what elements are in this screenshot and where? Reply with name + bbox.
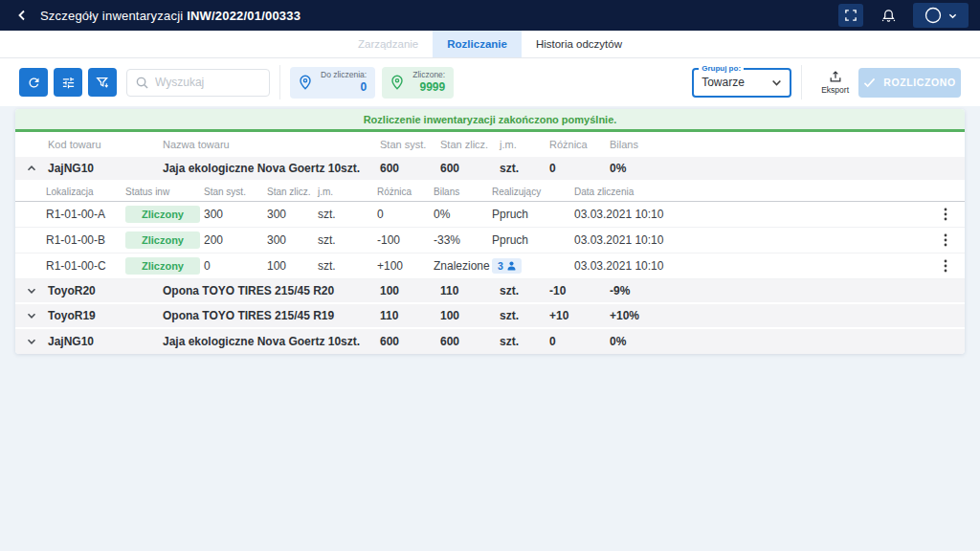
status-badge: Zliczony [125,257,200,275]
sliders-icon [61,76,76,90]
cell-balance: Znalezione [434,259,492,273]
filter-button[interactable] [88,68,117,97]
cell-code: ToyoR19 [48,309,163,322]
row-menu-button[interactable] [926,208,965,221]
col-stan-syst: Stan syst. [380,139,440,150]
refresh-button[interactable] [19,68,48,97]
to-count-value: 0 [361,80,368,95]
fullscreen-icon [845,10,857,21]
cell-balance: +10% [610,309,965,322]
chevron-up-icon[interactable] [15,164,48,173]
cell-executor: Ppruch [492,233,574,247]
chevron-down-icon [948,11,957,20]
cell-count-date: 03.03.2021 10:10 [574,208,926,221]
chevron-down-icon[interactable] [15,286,48,296]
notifications-button[interactable] [877,4,900,27]
cell-system: 200 [204,233,267,247]
inventory-table-card: Rozliczenie inwentaryzacji zakończono po… [15,109,965,354]
tab-rozliczanie[interactable]: Rozliczanie [433,31,522,57]
subcol-stan-zlicz: Stan zlicz. [267,187,318,197]
cell-counted: 300 [267,233,318,247]
counted-value: 9999 [420,80,446,95]
map-pin-icon [299,75,312,90]
tab-zarzadzanie[interactable]: Zarządzanie [344,31,433,57]
group-row-jajng10-collapsed[interactable]: JajNG10 Jaja ekologiczne Nova Goertz 10s… [15,329,965,354]
cell-system: 600 [380,335,440,348]
col-kod-towaru: Kod towaru [48,139,163,150]
tab-historia-odczytow[interactable]: Historia odczytów [522,31,636,57]
row-menu-button[interactable] [926,233,965,247]
success-banner: Rozliczenie inwentaryzacji zakończono po… [15,109,965,132]
cell-count-date: 03.03.2021 10:10 [574,259,926,273]
col-stan-zlicz: Stan zlicz. [440,139,500,150]
search-input[interactable] [155,76,260,89]
chevron-down-icon[interactable] [15,337,48,346]
chevron-down-icon[interactable] [15,311,48,320]
cell-counted: 300 [267,208,318,221]
bell-icon [881,9,896,23]
settled-button[interactable]: ROZLICZONO [858,68,961,98]
col-roznica: Różnica [549,139,610,150]
executors-count: 3 [498,260,503,272]
subcol-status-inw: Status inw [125,187,204,197]
cell-difference: +10 [549,309,610,322]
page-title: Szczegóły inwentaryzacji INW/2022/01/003… [40,9,301,23]
group-row-toyor20[interactable]: ToyoR20 Opona TOYO TIRES 215/45 R20 100 … [15,279,965,304]
cell-unit: szt. [318,259,377,273]
main-content: Rozliczenie inwentaryzacji zakończono po… [0,106,980,357]
cell-counted: 110 [440,284,500,298]
export-label: Eksport [821,85,849,95]
cell-location: R1-01-00-C [46,259,125,273]
cell-difference: 0 [549,162,610,175]
cell-name: Jaja ekologiczne Nova Goertz 10szt. [163,335,380,348]
cell-unit: szt. [500,284,549,298]
executors-count-chip[interactable]: 3 [492,258,522,274]
map-pin-icon [390,75,404,90]
cell-code: JajNG10 [48,162,163,175]
cell-name: Opona TOYO TIRES 215/45 R20 [163,284,380,298]
group-row-toyor19[interactable]: ToyoR19 Opona TOYO TIRES 215/45 R19 110 … [15,304,965,329]
back-button[interactable] [11,5,33,26]
counted-counter: Zliczone: 9999 [382,67,454,99]
toolbar-divider [279,65,280,99]
settled-label: ROZLICZONO [883,77,955,88]
to-count-counter: Do zliczenia: 0 [290,67,375,99]
cell-difference: -10 [549,284,610,298]
filter-funnel-icon [96,76,110,90]
check-icon [863,77,876,88]
chevron-down-icon [771,77,782,88]
subcol-stan-syst: Stan syst. [204,187,267,197]
cell-name: Opona TOYO TIRES 215/45 R19 [163,309,380,322]
settings-filters-button[interactable] [54,68,82,97]
cell-counted: 100 [440,309,500,322]
cell-difference: 0 [549,335,610,348]
cell-difference: +100 [377,259,434,273]
group-by-select[interactable]: Grupuj po: Towarze [692,68,791,98]
group-by-value: Towarze [702,76,771,89]
row-menu-button[interactable] [926,259,965,273]
cell-system: 0 [204,259,267,273]
fullscreen-button[interactable] [838,4,863,27]
export-upload-icon [829,70,842,83]
app-header: Szczegóły inwentaryzacji INW/2022/01/003… [0,0,980,31]
cell-count-date: 03.03.2021 10:10 [574,233,926,247]
group-row-jajng10-expanded[interactable]: JajNG10 Jaja ekologiczne Nova Goertz 10s… [15,157,965,182]
counted-label: Zliczone: [412,70,445,80]
toolbar: Do zliczenia: 0 Zliczone: 9999 Grupuj po… [0,58,980,106]
detail-row-r1-01-00-c: R1-01-00-C Zliczony 0 100 szt. +100 Znal… [15,253,965,279]
person-icon [507,261,516,271]
user-menu-button[interactable] [913,3,969,28]
export-button[interactable]: Eksport [812,70,858,95]
cell-balance: -33% [434,233,492,247]
cell-unit: szt. [500,162,549,175]
cell-counted: 600 [440,335,500,348]
subcol-bilans: Bilans [434,187,492,197]
cell-system: 110 [380,309,440,322]
cell-difference: 0 [377,208,434,221]
table-header: Kod towaru Nazwa towaru Stan syst. Stan … [15,132,965,157]
cell-unit: szt. [318,233,377,247]
status-badge: Zliczony [125,231,200,249]
cell-difference: -100 [377,233,434,247]
cell-balance: 0% [610,335,965,348]
subcol-jm: j.m. [318,187,377,197]
